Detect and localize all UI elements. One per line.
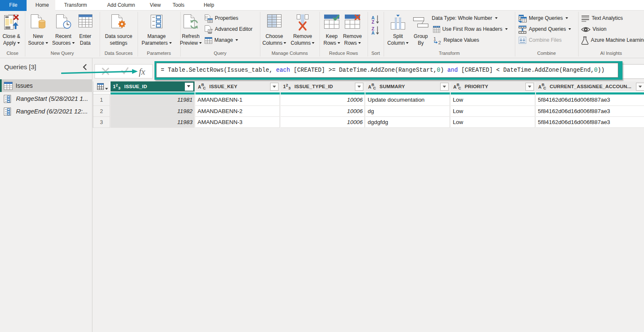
svg-text:2: 2 [438,40,441,45]
svg-text:A: A [371,30,375,35]
svg-text:Z: Z [372,19,375,24]
svg-text:1: 1 [433,36,436,41]
